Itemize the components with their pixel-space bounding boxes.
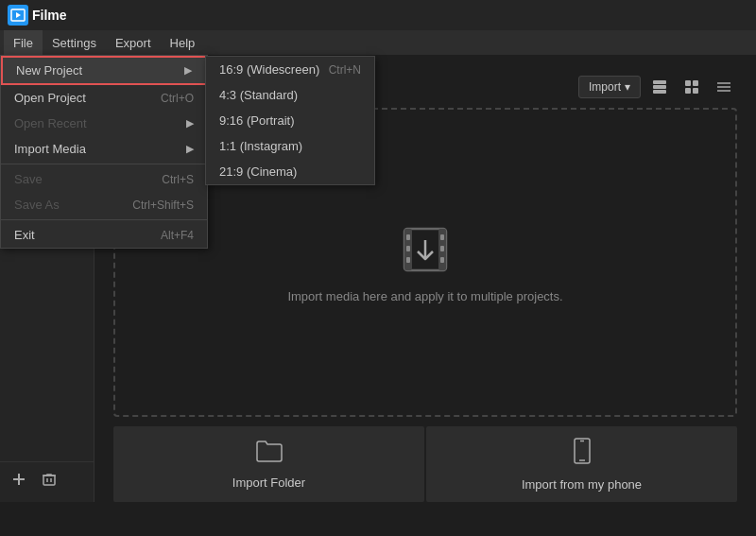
folder-icon (256, 440, 283, 468)
app-logo: Filme (8, 5, 67, 26)
file-menu: New Project ▶ 16:9 (Widescreen) Ctrl+N 4… (0, 55, 208, 249)
drop-zone-text: Import media here and apply it to multip… (287, 289, 562, 303)
sidebar-delete-button[interactable] (36, 466, 62, 493)
submenu-instagram[interactable]: 1:1 (Instagram) (206, 133, 374, 159)
import-label: Import (589, 80, 621, 94)
instagram-label: 1:1 (Instagram) (219, 139, 302, 153)
save-label: Save (14, 172, 43, 186)
import-media-icon (397, 221, 454, 278)
import-arrow-icon: ▾ (625, 80, 630, 94)
file-menu-import-media[interactable]: Import Media ▶ (1, 136, 207, 162)
import-media-label: Import Media (14, 142, 86, 156)
submenu-widescreen[interactable]: 16:9 (Widescreen) Ctrl+N (206, 57, 374, 82)
file-menu-save[interactable]: Save Ctrl+S (1, 166, 207, 192)
svg-marker-1 (16, 12, 21, 18)
svg-rect-21 (406, 234, 410, 240)
svg-rect-9 (653, 85, 666, 89)
import-folder-button[interactable]: Import Folder (113, 426, 424, 502)
file-menu-open-project[interactable]: Open Project Ctrl+O (1, 85, 207, 111)
phone-icon (574, 438, 591, 470)
submenu-portrait[interactable]: 9:16 (Portrait) (206, 108, 374, 133)
app-logo-icon (8, 5, 28, 26)
standard-label: 4:3 (Standard) (219, 88, 298, 102)
import-folder-label: Import Folder (232, 475, 305, 490)
layers-button[interactable] (646, 74, 673, 100)
import-phone-label: Import from my phone (522, 477, 642, 492)
menu-separator-2 (1, 219, 207, 220)
file-menu-open-recent[interactable]: Open Recent ▶ (1, 111, 207, 136)
svg-rect-22 (406, 246, 410, 251)
cinema-label: 21:9 (Cinema) (219, 164, 297, 179)
open-project-shortcut: Ctrl+O (161, 92, 194, 105)
app-name: Filme (32, 8, 67, 23)
submenu-cinema[interactable]: 21:9 (Cinema) (206, 159, 374, 184)
grid-view-button[interactable] (679, 74, 705, 100)
svg-rect-8 (653, 80, 666, 84)
svg-rect-4 (43, 475, 55, 485)
open-project-label: Open Project (14, 91, 86, 105)
svg-rect-10 (653, 90, 666, 94)
svg-rect-13 (685, 88, 691, 94)
portrait-label: 9:16 (Portrait) (219, 113, 294, 128)
menu-export[interactable]: Export (106, 30, 161, 55)
import-button[interactable]: Import ▾ (578, 76, 641, 98)
menu-bar: File Settings Export Help (0, 30, 756, 55)
open-recent-arrow: ▶ (186, 117, 194, 130)
menu-help[interactable]: Help (161, 30, 205, 55)
widescreen-shortcut: Ctrl+N (329, 63, 361, 77)
svg-rect-25 (440, 246, 444, 251)
svg-rect-12 (693, 80, 698, 86)
file-menu-new-project[interactable]: New Project ▶ 16:9 (Widescreen) Ctrl+N 4… (1, 56, 207, 85)
title-bar: Filme (0, 0, 756, 30)
new-project-arrow: ▶ (184, 64, 192, 77)
file-menu-exit[interactable]: Exit Alt+F4 (1, 222, 207, 248)
menu-settings[interactable]: Settings (43, 30, 106, 55)
bottom-buttons: Import Folder Import from my phone (113, 426, 737, 502)
svg-rect-28 (575, 439, 590, 463)
open-recent-label: Open Recent (14, 116, 87, 130)
svg-rect-24 (440, 234, 444, 240)
file-menu-save-as[interactable]: Save As Ctrl+Shift+S (1, 192, 207, 217)
save-as-label: Save As (14, 198, 60, 212)
import-media-arrow: ▶ (186, 143, 194, 155)
menu-file[interactable]: File (4, 30, 43, 55)
import-phone-button[interactable]: Import from my phone (426, 426, 737, 502)
sidebar-add-bar (0, 461, 94, 496)
new-project-label: New Project (16, 63, 82, 78)
new-project-submenu: 16:9 (Widescreen) Ctrl+N 4:3 (Standard) … (205, 56, 375, 185)
submenu-standard[interactable]: 4:3 (Standard) (206, 82, 374, 108)
exit-label: Exit (14, 228, 35, 242)
widescreen-label: 16:9 (Widescreen) (219, 62, 319, 77)
svg-rect-11 (685, 80, 691, 86)
menu-separator-1 (1, 164, 207, 164)
svg-rect-26 (440, 257, 444, 263)
svg-rect-14 (693, 88, 698, 94)
menu-view-button[interactable] (711, 74, 737, 100)
sidebar-add-button[interactable] (6, 466, 32, 493)
save-as-shortcut: Ctrl+Shift+S (132, 199, 194, 212)
save-shortcut: Ctrl+S (162, 173, 194, 186)
svg-rect-23 (406, 257, 410, 263)
exit-shortcut: Alt+F4 (161, 229, 194, 242)
